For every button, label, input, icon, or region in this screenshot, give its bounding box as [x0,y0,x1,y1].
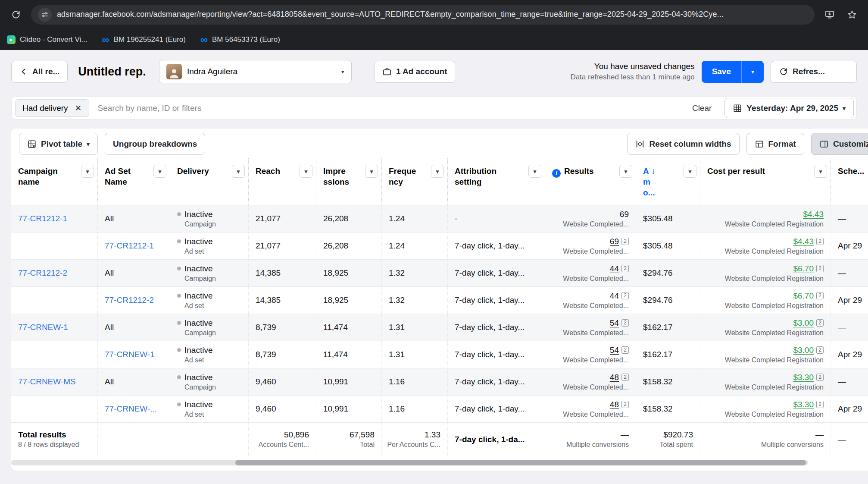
column-menu-reach-button[interactable]: ▾ [300,165,312,178]
cell-results: 482Website Completed... [545,396,636,422]
total-frequency: 1.33Per Accounts C... [381,423,447,456]
table-row: 77-CR1212-2InactiveAd set14,38518,9251.3… [11,287,868,314]
save-button[interactable]: Save [702,61,741,83]
cost-per-result-value[interactable]: $6.70 [793,291,814,301]
cell-results: 442Website Completed... [545,287,636,314]
chevron-down-icon: ▾ [843,105,846,111]
save-dropdown-button[interactable]: ▾ [741,61,764,83]
cpr-count-badge: 2 [816,265,824,272]
adset-all-label: All [105,377,163,387]
cpr-count-badge: 2 [816,346,824,354]
adset-link[interactable]: 77-CRNEW-1 [105,350,163,359]
cell-attribution-setting: 7-day click, 1-day... [447,341,545,368]
bookmark-bm-56453373[interactable]: ∞ BM 56453373 (Euro) [200,35,280,44]
column-menu-campaign-button[interactable]: ▾ [81,165,94,178]
cell-delivery: InactiveAd set [170,341,248,368]
refresh-button[interactable]: Refres... [771,61,857,83]
cell-impressions: 18,925 [316,287,381,314]
bookmark-clideo[interactable]: ▶ Clideo - Convert Vi... [7,35,87,44]
delivery-status: Inactive [184,210,212,219]
cell-cost-per-result: $6.702Website Completed Registration [700,260,831,286]
cell-adset-name: 77-CRNEW-1 [97,341,170,368]
reload-icon[interactable] [9,7,23,22]
info-icon[interactable]: i [552,169,561,178]
cell-delivery: InactiveAd set [170,287,248,314]
campaign-link[interactable]: 77-CRNEW-MS [18,377,91,387]
column-header-frequency: Frequency▾ [381,158,447,205]
total-delivery-cell [170,423,248,456]
url-bar[interactable]: adsmanager.facebook.com/adsmanager/repor… [31,5,815,25]
cost-per-result-value[interactable]: $3.00 [793,318,814,328]
campaign-link[interactable]: 77-CR1212-1 [18,214,91,223]
inactive-status-dot [177,348,181,352]
cost-per-result-value[interactable]: $3.30 [793,400,814,409]
site-info-icon[interactable] [38,8,52,22]
search-input[interactable]: Search by name, ID or filters [98,104,684,113]
cell-results: 69Website Completed... [545,205,636,232]
scrollbar-thumb[interactable] [235,460,806,465]
ungroup-breakdowns-button[interactable]: Ungroup breakdowns [105,133,205,155]
had-delivery-filter-chip[interactable]: Had delivery ✕ [15,99,89,117]
column-menu-impressions-button[interactable]: ▾ [365,165,378,178]
campaign-link[interactable]: 77-CR1212-2 [18,268,91,278]
meta-favicon: ∞ [102,35,109,44]
bookmark-star-icon[interactable] [845,7,859,22]
results-type: Website Completed... [563,411,629,418]
bookmark-bm-196255241[interactable]: ∞ BM 196255241 (Euro) [102,35,186,44]
column-header-attribution: Attributionsetting▾ [447,158,545,205]
pivot-table-dropdown[interactable]: Pivot table ▾ [19,133,98,155]
cost-per-result-value[interactable]: $4.43 [793,237,814,246]
cost-per-result-value[interactable]: $6.70 [793,264,814,273]
cell-cost-per-result: $3.002Website Completed Registration [700,314,831,341]
clear-filters-link[interactable]: Clear [692,104,712,113]
cpr-type: Website Completed Registration [725,275,824,283]
cost-per-result-value[interactable]: $3.30 [793,373,814,382]
reset-column-widths-button[interactable]: Reset column widths [627,133,739,155]
close-icon[interactable]: ✕ [75,104,82,112]
delivery-level: Ad set [184,411,241,418]
filter-bar[interactable]: Had delivery ✕ Search by name, ID or fil… [11,97,857,119]
inactive-status-dot [177,294,181,298]
column-menu-adset-button[interactable]: ▾ [153,165,166,178]
briefcase-icon [382,67,392,76]
column-menu-delivery-button[interactable]: ▾ [232,165,245,178]
column-label-impressions: Impressions [323,166,362,187]
cell-campaign-name: 77-CRNEW-1 [11,314,97,341]
cell-cost-per-result: $3.002Website Completed Registration [700,341,831,368]
chevron-down-icon: ▾ [341,69,344,75]
table-row: 77-CR1212-1InactiveAd set21,07726,2081.2… [11,233,868,260]
cell-schedule: Apr 29 [831,287,868,314]
campaign-link[interactable]: 77-CRNEW-1 [18,323,91,332]
account-selector[interactable]: Indra Aguilera ▾ [159,60,352,83]
column-menu-frequency-button[interactable]: ▾ [431,165,444,178]
cell-campaign-name: 77-CR1212-1 [11,205,97,232]
cost-per-result-value[interactable]: $4.43 [803,210,824,219]
column-menu-results-button[interactable]: ▾ [619,165,632,178]
cell-schedule: — [831,260,868,286]
back-to-all-reports-button[interactable]: All re... [11,61,68,83]
cost-per-result-value[interactable]: $3.00 [793,346,814,355]
column-header-amount: A↓mo...▾ [636,158,700,205]
install-app-icon[interactable] [822,7,837,22]
horizontal-scrollbar[interactable] [11,460,808,465]
cell-reach: 8,739 [248,341,316,368]
customize-button[interactable]: Customize [811,133,868,155]
report-card: Pivot table ▾ Ungroup breakdowns Reset c… [11,129,868,471]
cell-results: 542Website Completed... [545,341,636,368]
cell-campaign-name [11,396,97,422]
adset-link[interactable]: 77-CRNEW-... [105,404,163,414]
column-label-reach: Reach [256,166,297,176]
cell-attribution-setting: 7-day click, 1-day... [447,314,545,341]
adset-link[interactable]: 77-CR1212-1 [105,241,163,251]
cell-frequency: 1.24 [381,205,447,232]
cell-schedule: Apr 29 [831,396,868,422]
refresh-icon [779,67,788,76]
adset-link[interactable]: 77-CR1212-2 [105,295,163,305]
ad-account-button[interactable]: 1 Ad account [374,61,456,83]
cell-results: 442Website Completed... [545,260,636,286]
column-menu-cpr-button[interactable]: ▾ [814,165,827,178]
date-range-picker[interactable]: Yesterday: Apr 29, 2025 ▾ [724,98,854,118]
column-menu-amount-button[interactable]: ▾ [684,165,696,178]
format-button[interactable]: Format [746,133,804,155]
column-menu-attribution-button[interactable]: ▾ [528,165,541,178]
